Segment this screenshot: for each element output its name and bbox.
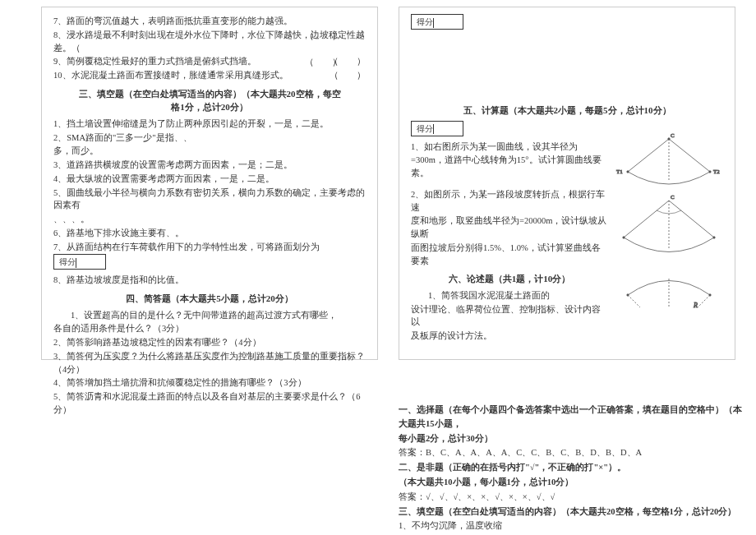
s4q2: 2、简答影响路基边坡稳定性的因素有哪些？（4分） — [53, 336, 366, 349]
s5q1b: =300m，道路中心线转角为15°。试计算圆曲线要素。 — [411, 154, 608, 180]
s3q6: 6、路基地下排水设施主要有、。 — [53, 227, 366, 240]
ans1-list: 答案：B、C、A、A、A、A、C、C、B、C、B、D、B、D、A — [399, 446, 744, 460]
svg-text:T2: T2 — [713, 168, 720, 175]
svg-point-8 — [623, 237, 625, 238]
svg-point-14 — [709, 294, 711, 296]
s4q4: 4、简答增加挡土墙抗滑和抗倾覆稳定性的措施有哪些？（3分） — [53, 376, 366, 390]
s3q8: 8、路基边坡坡度是指和的比值。 — [53, 274, 366, 287]
s3q5b: 、、、。 — [53, 213, 366, 226]
s4q3: 3、简答何为压实度？为什么将路基压实度作为控制路基施工质量的重要指标？（4分） — [53, 350, 366, 376]
s3q1: 1、挡土墙设置伸缩缝是为了防止两种原因引起的开裂，一是，二是。 — [53, 118, 366, 131]
svg-text:C: C — [671, 194, 675, 201]
ans1-head: 一、选择题（在每个小题四个备选答案中选出一个正确答案，填在题目的空格中）（本大题… — [399, 404, 744, 431]
s3q2: 2、SMA路面的"三多一少"是指、、 — [53, 131, 366, 145]
q10: 10、水泥混凝土路面布置接缝时，胀缝通常采用真缝形式。 （ ） — [53, 69, 366, 82]
q7: 7、路面的弯沉值越大，表明路面抵抗垂直变形的能力越强。 — [53, 15, 366, 28]
s3q7: 7、从路面结构在行车荷载作用下的力学特性出发，可将路面划分为 — [53, 241, 366, 254]
ans3-q1: 1、不均匀沉降，温度收缩 — [399, 519, 744, 533]
section4-head: 四、简答题（本大题共5小题，总计20分） — [53, 292, 366, 306]
svg-point-3 — [668, 138, 670, 140]
svg-text:C: C — [671, 132, 675, 139]
s6q1b: 设计理论、临界荷位位置、控制指标、设计内容以 — [411, 303, 608, 330]
ans2-list: 答案：√、√、√、×、×、√、×、×、√、√ — [399, 491, 744, 505]
score-box-r2: 得分 — [411, 121, 463, 136]
s5q1a: 1、如右图所示为某一圆曲线，设其半径为 — [411, 141, 608, 154]
ans2-head2: （本大题共10小题，每小题1分，总计10分） — [399, 476, 744, 490]
left-page: 7、路面的弯沉值越大，表明路面抵抗垂直变形的能力越强。 （ ） 8、浸水路堤最不… — [41, 7, 378, 360]
svg-text:R: R — [693, 302, 698, 309]
s4q1: 1、设置超高的目的是什么？无中间带道路的超高过渡方式有哪些， — [53, 309, 366, 322]
svg-text:T1: T1 — [616, 168, 623, 175]
score-box-left: 得分 — [53, 254, 106, 270]
right-text-column: 1、如右图所示为某一圆曲线，设其半径为 =300m，道路中心线转角为15°。试计… — [411, 141, 608, 343]
ans2-head: 二、是非题（正确的在括号内打"√"，不正确的打"×"）。 — [399, 461, 744, 475]
svg-point-13 — [627, 294, 629, 296]
section3-head: 三、填空题（在空白处填写适当的内容）（本大题共20空格，每空 格1分，总计20分… — [53, 87, 366, 114]
s3q2b: 多，而少。 — [53, 145, 366, 158]
curve-diagram: T1 T2 C C R — [611, 131, 726, 311]
s4q1b: 各自的适用条件是什么？（3分） — [53, 322, 366, 335]
score-box-r1: 得分 — [411, 14, 463, 30]
ans1-head2: 每小题2分，总计30分） — [399, 432, 744, 446]
s5q2a: 2、如图所示，为某一路段坡度转折点，根据行车速 — [411, 188, 608, 214]
s3q5: 5、圆曲线最小半径与横向力系数有密切关系，横向力系数的确定，主要考虑的因素有 — [53, 187, 366, 213]
section6-head: 六、论述题（共1题，计10分） — [411, 272, 608, 286]
s5q2c: 面图拉坡后分别得1.5%、1.0%，试计算竖曲线各要素 — [411, 242, 608, 268]
answers-block: 一、选择题（在每个小题四个备选答案中选出一个正确答案，填在题目的空格中）（本大题… — [399, 403, 744, 535]
s3q3: 3、道路路拱横坡度的设置需考虑两方面因素，一是；二是。 — [53, 159, 366, 172]
s5q2b: 度和地形，取竖曲线半径为=20000m，设计纵坡从纵断 — [411, 214, 608, 241]
svg-point-2 — [709, 171, 711, 173]
right-page: 得分 五、计算题（本大题共2小题，每题5分，总计10分） 得分 1、如右图所示为… — [399, 7, 735, 360]
svg-point-9 — [713, 237, 715, 238]
s4q5: 5、简答沥青和水泥混凝土路面的特点以及各自对基层的主要要求是什么？（6分） — [53, 390, 366, 417]
section5-head: 五、计算题（本大题共2小题，每题5分，总计10分） — [411, 104, 723, 118]
s6q1c: 及板厚的设计方法。 — [411, 330, 608, 343]
ans3-head: 三、填空题（在空白处填写适当的内容）（本大题共20空格，每空格1分，总计20分） — [399, 505, 744, 519]
s3q4: 4、最大纵坡的设置需要考虑两方面因素，一是，二是。 — [53, 173, 366, 186]
s6q1a: 1、简答我国水泥混凝土路面的 — [411, 289, 608, 302]
svg-point-1 — [627, 171, 629, 173]
